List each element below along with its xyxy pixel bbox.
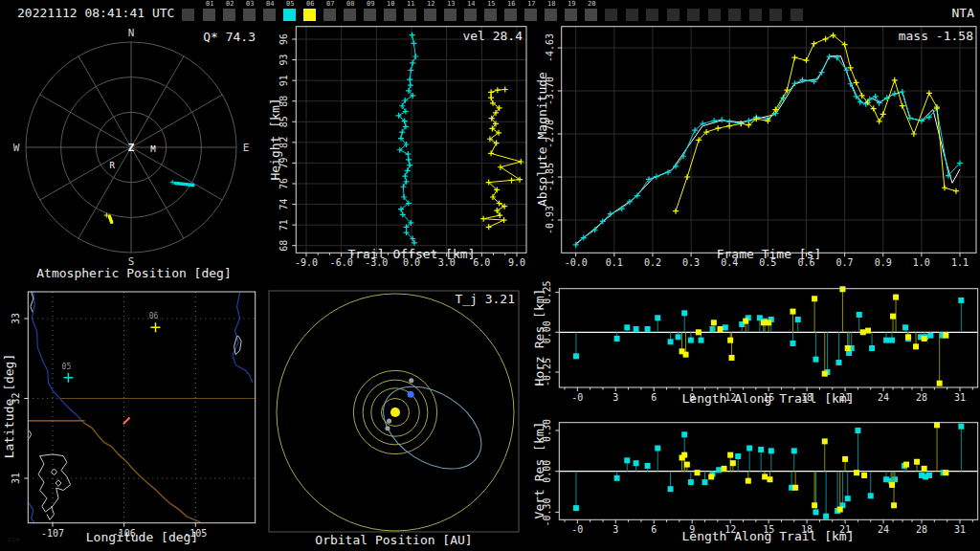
ground-track-streak [123, 418, 130, 425]
atmospheric-title: Atmospheric Position [deg] [10, 266, 258, 280]
map-xlabel: Longitude [deg] [29, 530, 256, 544]
magnitude-plot: -0.00.10.20.30.40.50.60.70.91.01.1-4.63-… [545, 27, 976, 269]
frame-box-trail-5[interactable] [708, 9, 721, 21]
frame-box-label: 08 [346, 1, 354, 8]
frame-box-label: 10 [387, 1, 394, 8]
station-marker-06 [150, 322, 160, 332]
station-06-trail-series [480, 86, 523, 230]
svg-text:05: 05 [62, 363, 72, 371]
vert-res-xlabel: Length Along Trail [km] [559, 529, 977, 543]
frame-box-trail-1[interactable] [626, 9, 638, 21]
frame-box-label: 12 [427, 1, 434, 8]
frame-box-trail-4[interactable] [687, 9, 700, 21]
frame-box-11[interactable] [404, 9, 416, 21]
pecos-river [233, 292, 253, 382]
frame-box-16[interactable] [504, 9, 517, 21]
frame-box-01[interactable] [203, 9, 215, 21]
frame-box-trail-9[interactable] [791, 9, 803, 21]
frame-box-trail-6[interactable] [728, 9, 741, 21]
frame-box-12[interactable] [424, 9, 436, 21]
trail-ylabel: Height [km] [268, 44, 282, 235]
frame-box-05[interactable] [283, 9, 296, 21]
timestamp: 20221112 08:41:41 UTC [17, 6, 174, 20]
orbit-title: Orbital Position [AU] [269, 533, 519, 547]
trail-xlabel: Trail Offset [km] [297, 247, 526, 261]
meteor-analysis-screen: NSWEZMR-9.0-6.0-3.00.03.06.09.0969391888… [0, 0, 980, 551]
frame-box-label: 06 [306, 1, 314, 8]
horz-res-xlabel: Length Along Trail [km] [559, 391, 977, 406]
frame-box-label: 05 [286, 1, 294, 8]
mass-stat: mass -1.58 [842, 29, 973, 43]
frame-box-trail-7[interactable] [749, 9, 762, 21]
frame-box-label: 14 [467, 1, 475, 8]
frame-box-label: 18 [547, 1, 555, 8]
frame-box-13[interactable] [444, 9, 457, 21]
frame-box-trail-0[interactable] [605, 9, 617, 21]
frame-box-trail-8[interactable] [769, 9, 782, 21]
ground-map-plot: 0506-107-106-105333231 [11, 292, 255, 539]
svg-text:68: 68 [278, 240, 289, 252]
sun-dot [390, 408, 400, 417]
station-code: NTA [919, 6, 974, 20]
atmospheric-position-plot: NSWEZMR [13, 27, 250, 268]
planet-inner-2-dot [385, 426, 390, 430]
frame-box-trail-2[interactable] [646, 9, 658, 21]
watermark: pjw [8, 536, 20, 543]
velocity-stat: vel 28.4 [402, 29, 523, 43]
frame-box-label: 02 [226, 1, 234, 8]
svg-text:N: N [128, 27, 135, 39]
magnitude-ylabel: Absolute Magnitude [535, 44, 549, 235]
vert-res-plot: -0369121518212428310.300.00-0.30 [542, 419, 977, 535]
magnitude-xlabel: Frame Time [s] [562, 247, 976, 261]
frame-box-label: 16 [507, 1, 515, 8]
q-stat: Q* 74.3 [139, 30, 256, 44]
svg-text:E: E [243, 142, 250, 154]
frame-box-label: 01 [206, 1, 213, 8]
frame-box-18[interactable] [545, 9, 557, 21]
frame-box-label: 03 [246, 1, 254, 8]
frame-box-08[interactable] [344, 9, 356, 21]
river-fragment [29, 502, 35, 523]
station-06-lightcurve-series [673, 33, 959, 214]
frame-box-label: 09 [367, 1, 374, 8]
frame-box-label: 04 [266, 1, 274, 8]
frame-box-06[interactable] [303, 9, 316, 21]
white-squiggle-left [29, 430, 31, 438]
frame-box-label: 17 [527, 1, 535, 8]
frame-box-label: 07 [326, 1, 334, 8]
earth-dot [408, 391, 414, 398]
frame-box-10[interactable] [384, 9, 396, 21]
station-marker-05 [63, 373, 73, 383]
station-06-horz-res-series [679, 286, 949, 386]
planet-mars-dot [409, 378, 413, 383]
frame-box-label: 11 [407, 1, 414, 8]
frame-box-15[interactable] [484, 9, 497, 21]
svg-text:M: M [150, 144, 156, 154]
frame-box-label: 19 [568, 1, 575, 8]
orbital-position-plot [269, 291, 519, 532]
frame-box-07[interactable] [323, 9, 336, 21]
frame-box-14[interactable] [464, 9, 477, 21]
vert-res-ylabel: Vert Res [km] [532, 375, 546, 551]
svg-text:R: R [110, 161, 116, 170]
frame-box-trail-3[interactable] [667, 9, 679, 21]
svg-text:06: 06 [149, 312, 159, 320]
frame-box-label: 20 [588, 1, 595, 8]
frame-box-19[interactable] [565, 9, 577, 21]
lake-inner-1 [52, 469, 57, 475]
frame-box-02[interactable] [223, 9, 235, 21]
frame-box-label: 15 [487, 1, 495, 8]
frame-box-09[interactable] [364, 9, 376, 21]
frame-box-blank-0[interactable] [182, 9, 194, 21]
station-05-trail-series [396, 33, 419, 246]
lake-inner-2 [56, 480, 61, 487]
frame-box-03[interactable] [243, 9, 256, 21]
border-diagonal [83, 423, 200, 522]
frame-box-20[interactable] [585, 9, 597, 21]
map-ylabel: Latitude [deg] [2, 311, 16, 502]
frame-box-label: 13 [447, 1, 455, 8]
frame-box-04[interactable] [263, 9, 276, 21]
horz-res-plot: -0369121518212428310.250.00-0.25 [542, 281, 977, 403]
planet-inner-1-dot [387, 418, 391, 423]
frame-box-17[interactable] [524, 9, 537, 21]
